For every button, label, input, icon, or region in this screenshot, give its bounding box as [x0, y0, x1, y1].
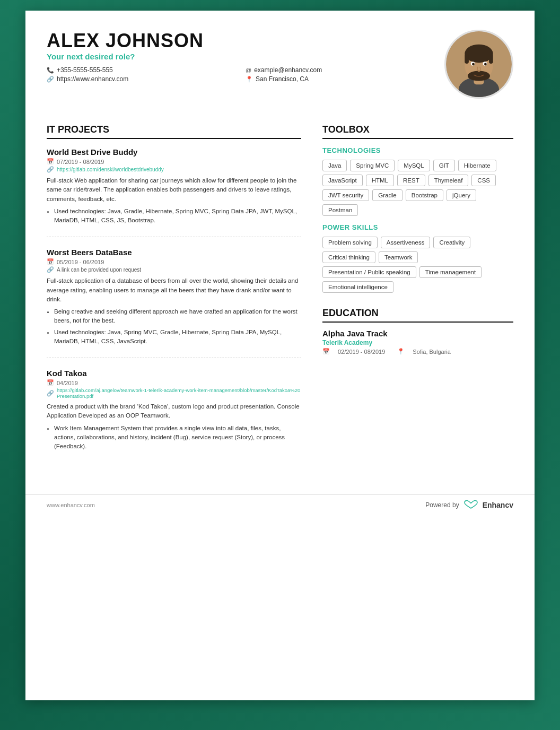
- education-meta: 📅 02/2019 - 08/2019 📍 Sofia, Bulgaria: [322, 348, 513, 355]
- project-bullets: Being creative and seeking different app…: [47, 307, 301, 346]
- header-left: ALEX JOHNSON Your next desired role? 📞 +…: [47, 30, 434, 83]
- technologies-subtitle: TECHNOLOGIES: [322, 146, 513, 154]
- candidate-name: ALEX JOHNSON: [47, 30, 434, 52]
- tag-html: HTML: [366, 175, 394, 186]
- tag-hibernate: Hibernate: [458, 160, 496, 171]
- technologies-tags: Java Spring MVC MySQL GIT Hibernate Java…: [322, 160, 513, 216]
- project-description: Full-stack application of a database of …: [47, 276, 301, 304]
- location-icon: 📍: [246, 76, 253, 83]
- project-title: World Best Drive Buddy: [47, 147, 301, 157]
- tag-assertiveness: Assertiveness: [381, 237, 431, 248]
- calendar-icon: 📅: [47, 379, 54, 386]
- project-title: Worst Beers DataBase: [47, 248, 301, 257]
- tag-presentation: Presentation / Public speaking: [322, 266, 416, 278]
- link-icon: 🔗: [47, 266, 54, 273]
- tag-jquery: jQuery: [447, 189, 476, 201]
- power-skills-tags: Problem solving Assertiveness Creativity…: [322, 237, 513, 293]
- tag-bootstrap: Bootstrap: [406, 189, 443, 201]
- tag-javascript: JavaScript: [322, 175, 363, 186]
- bullet-item: Used technologies: Java, Gradle, Hiberna…: [54, 207, 301, 225]
- tag-rest: REST: [397, 175, 425, 186]
- project-title: Kod Takoa: [47, 369, 301, 378]
- footer-website: www.enhancv.com: [47, 502, 95, 508]
- bullet-item: Used technologies: Java, Spring MVC, Gra…: [54, 328, 301, 346]
- left-column: IT PROJECTS World Best Drive Buddy 📅 07/…: [47, 109, 322, 473]
- link-icon: 🔗: [47, 166, 54, 173]
- contact-email: @ example@enhancv.com: [246, 66, 434, 74]
- tag-css: CSS: [471, 175, 496, 186]
- tag-gradle: Gradle: [372, 189, 402, 201]
- svg-point-4: [465, 45, 493, 63]
- contact-grid: 📞 +355-5555-555-555 @ example@enhancv.co…: [47, 66, 434, 83]
- tag-spring-mvc: Spring MVC: [350, 160, 395, 171]
- location-icon: 📍: [397, 348, 405, 355]
- calendar-icon: 📅: [47, 258, 54, 265]
- tag-git: GIT: [433, 160, 455, 171]
- contact-location: 📍 San Francisco, CA: [246, 75, 434, 83]
- calendar-icon: 📅: [322, 348, 330, 355]
- tag-jwt: JWT security: [322, 189, 369, 201]
- project-bullets: Work Item Management System that provide…: [47, 424, 301, 451]
- tag-java: Java: [322, 160, 347, 171]
- footer: www.enhancv.com Powered by Enhancv: [25, 494, 535, 515]
- candidate-role: Your next desired role?: [47, 52, 434, 61]
- tag-time-management: Time management: [419, 266, 482, 278]
- project-item: Worst Beers DataBase 📅 05/2019 - 06/2019…: [47, 248, 301, 358]
- tag-emotional-intelligence: Emotional intelligence: [322, 281, 393, 293]
- education-title: EDUCATION: [322, 308, 513, 323]
- header: ALEX JOHNSON Your next desired role? 📞 +…: [25, 11, 535, 109]
- project-date: 📅 04/2019: [47, 379, 301, 386]
- power-skills-subtitle: POWER SKILLS: [322, 223, 513, 231]
- svg-rect-5: [465, 54, 469, 64]
- email-icon: @: [246, 67, 251, 73]
- project-link: 🔗 A link can be provided upon request: [47, 266, 301, 273]
- tag-mysql: MySQL: [398, 160, 430, 171]
- svg-point-7: [468, 71, 490, 81]
- tag-thymeleaf: Thymeleaf: [428, 175, 469, 186]
- tag-postman: Postman: [322, 204, 358, 216]
- project-bullets: Used technologies: Java, Gradle, Hiberna…: [47, 207, 301, 225]
- school-name: Telerik Academy: [322, 339, 513, 346]
- it-projects-title: IT PROJECTS: [47, 124, 301, 139]
- enhancv-heart-icon: [463, 500, 478, 510]
- main-content: IT PROJECTS World Best Drive Buddy 📅 07/…: [25, 109, 535, 494]
- phone-icon: 📞: [47, 67, 54, 74]
- brand-name: Enhancv: [483, 501, 513, 509]
- tag-teamwork: Teamwork: [379, 251, 418, 263]
- svg-point-11: [484, 63, 487, 66]
- tag-critical-thinking: Critical thinking: [322, 251, 375, 263]
- avatar: [444, 30, 513, 99]
- project-date: 📅 07/2019 - 08/2019: [47, 158, 301, 165]
- project-date: 📅 05/2019 - 06/2019: [47, 258, 301, 265]
- footer-brand: Powered by Enhancv: [425, 500, 513, 510]
- calendar-icon: 📅: [47, 158, 54, 165]
- project-link: 🔗 https://gitlab.com/aj.angelov/teamwork…: [47, 387, 301, 399]
- project-description: Created a product with the brand 'Kod Ta…: [47, 402, 301, 421]
- degree-title: Alpha Java Track: [322, 329, 513, 338]
- svg-point-10: [472, 63, 475, 66]
- project-item: World Best Drive Buddy 📅 07/2019 - 08/20…: [47, 147, 301, 237]
- bullet-item: Being creative and seeking different app…: [54, 307, 301, 326]
- resume-page: ALEX JOHNSON Your next desired role? 📞 +…: [25, 11, 535, 700]
- project-description: Full-stack Web application for sharing c…: [47, 176, 301, 204]
- toolbox-title: TOOLBOX: [322, 124, 513, 139]
- link-icon: 🔗: [47, 76, 54, 83]
- right-column: TOOLBOX TECHNOLOGIES Java Spring MVC MyS…: [322, 109, 513, 473]
- tag-creativity: Creativity: [433, 237, 470, 248]
- project-item: Kod Takoa 📅 04/2019 🔗 https://gitlab.com…: [47, 369, 301, 463]
- link-icon: 🔗: [47, 390, 54, 397]
- contact-phone: 📞 +355-5555-555-555: [47, 66, 235, 74]
- contact-website: 🔗 https://www.enhancv.com: [47, 75, 235, 83]
- avatar-image: [446, 30, 512, 99]
- project-link: 🔗 https://gitlab.com/denski/worldbestdri…: [47, 166, 301, 173]
- tag-problem-solving: Problem solving: [322, 237, 378, 248]
- svg-rect-6: [489, 54, 493, 64]
- bullet-item: Work Item Management System that provide…: [54, 424, 301, 451]
